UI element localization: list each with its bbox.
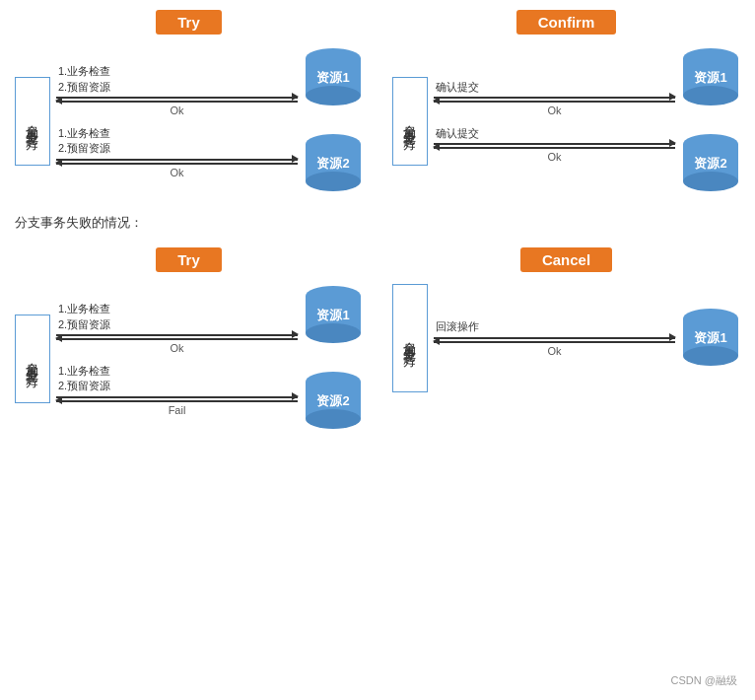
svg-point-26 [683,346,738,366]
confirm-label-res1-top: 确认提交 [434,80,675,95]
try-initiator-bottom: 全局事务发起方 [15,315,50,403]
try-right-line-res2-bottom [56,396,298,398]
try-to-arrow-res2-bottom [56,396,298,398]
svg-point-10 [683,86,738,105]
svg-text:资源2: 资源2 [316,393,349,408]
confirm-label-top: Confirm [516,10,617,35]
try-left-line-res1-top [56,101,298,103]
cancel-back-arrow-res1-bottom [434,341,675,343]
try-label-bottom: Try [156,247,222,272]
confirm-right-line-res2-top [434,143,675,145]
top-left-diagram: Try 全局事务发起方 1.业务检查2.预留资源 Ok [15,10,363,196]
confirm-to-arrow-res1-top [434,97,675,99]
try-arrows-res2-top: 1.业务检查2.预留资源 Ok [56,126,298,178]
confirm-back-arrow-res2-top [434,147,675,149]
svg-point-22 [306,409,361,429]
try-cyl1-bottom: 资源1 [304,284,363,348]
try-ok-res2-top: Ok [56,167,298,178]
svg-text:资源1: 资源1 [694,70,726,85]
bottom-right-diagram: Cancel 全局事务发起方 回滚操作 Ok [392,247,740,392]
cancel-initiator-bottom: 全局事务发起方 [392,284,428,392]
try-back-arrow-res1-bottom [56,338,298,340]
confirm-left-line-res2-top [434,147,675,149]
try-fail-res2-bottom: Fail [56,404,298,416]
try-back-arrow-res2-top [56,163,298,165]
try-middle-top: 1.业务检查2.预留资源 Ok 1.业务检查2.预留资源 [56,64,298,178]
bottom-diagrams-row: Try 全局事务发起方 1.业务检查2.预留资源 Ok 1.业务检查2.预留资源 [15,247,740,434]
try-res2-top: 资源2 [304,132,363,196]
try-label-res1-top: 1.业务检查2.预留资源 [56,64,298,95]
top-right-diagram: Confirm 全局事务发起方 确认提交 Ok 确认提交 [392,10,740,196]
confirm-ok-res2-top: Ok [434,151,675,163]
confirm-to-arrow-res2-top [434,143,675,145]
try-left-line-res2-bottom [56,400,298,402]
confirm-left-line-res1-top [434,101,675,103]
try-arrows-res2-bottom: 1.业务检查2.预留资源 Fail [56,364,298,416]
try-to-arrow-res2-top [56,159,298,161]
try-res2-bottom: 资源2 [304,370,363,434]
svg-point-6 [306,172,361,191]
separator-text: 分支事务失败的情况： [15,214,740,232]
try-back-arrow-res2-bottom [56,400,298,402]
svg-text:资源1: 资源1 [694,330,726,345]
confirm-cyl2-top: 资源2 [681,132,740,196]
try-to-arrow-res1-bottom [56,334,298,336]
cancel-middle-bottom: 回滚操作 Ok [434,319,675,356]
try-cyl1-top: 资源1 [304,46,363,110]
svg-text:资源2: 资源2 [694,156,726,171]
confirm-label-res2-top: 确认提交 [434,126,675,141]
confirm-arrows-res1-top: 确认提交 Ok [434,80,675,116]
try-left-line-res1-bottom [56,338,298,340]
try-res1-top: 资源1 [304,46,363,110]
try-right-line-res2-top [56,159,298,161]
try-cyl2-top: 资源2 [304,132,363,196]
confirm-resources-top: 资源1 资源2 [681,46,740,196]
try-label-res2-bottom: 1.业务检查2.预留资源 [56,364,298,394]
svg-text:资源2: 资源2 [316,156,349,171]
try-arrows-res1-top: 1.业务检查2.预留资源 Ok [56,64,298,116]
confirm-ok-res1-top: Ok [434,105,675,116]
bottom-left-diagram: Try 全局事务发起方 1.业务检查2.预留资源 Ok 1.业务检查2.预留资源 [15,247,363,434]
try-resources-bottom: 资源1 资源2 [304,284,363,434]
try-right-line-res1-top [56,97,298,99]
try-cyl2-bottom: 资源2 [304,370,363,434]
try-label-top: Try [156,10,222,35]
try-middle-bottom: 1.业务检查2.预留资源 Ok 1.业务检查2.预留资源 [56,302,298,416]
cancel-resources-bottom: 资源1 [681,307,740,371]
try-initiator-top: 全局事务发起方 [15,77,50,166]
confirm-initiator-top: 全局事务发起方 [392,77,428,166]
try-right-line-res1-bottom [56,334,298,336]
try-combined-bottom: 全局事务发起方 1.业务检查2.预留资源 Ok 1.业务检查2.预留资源 [15,284,363,434]
try-label-res2-top: 1.业务检查2.预留资源 [56,126,298,157]
svg-point-18 [306,323,361,343]
try-combined-top: 全局事务发起方 1.业务检查2.预留资源 Ok 1.业务检查2.预留资源 [15,46,363,196]
try-back-arrow-res1-top [56,101,298,103]
try-label-res1-bottom: 1.业务检查2.预留资源 [56,302,298,332]
cancel-label-res1-bottom: 回滚操作 [434,319,675,334]
try-to-arrow-res1-top [56,97,298,99]
cancel-label-bottom: Cancel [520,247,612,272]
try-arrows-res1-bottom: 1.业务检查2.预留资源 Ok [56,302,298,354]
svg-point-2 [306,86,361,105]
cancel-right-line-res1-bottom [434,337,675,339]
confirm-res2-top: 资源2 [681,132,740,196]
try-left-line-res2-top [56,163,298,165]
cancel-left-line-res1-bottom [434,341,675,343]
top-diagrams-row: Try 全局事务发起方 1.业务检查2.预留资源 Ok [15,10,740,196]
watermark-text: CSDN @融级 [671,673,737,688]
try-ok-res1-top: Ok [56,105,298,116]
svg-point-14 [683,172,738,191]
confirm-combined-top: 全局事务发起方 确认提交 Ok 确认提交 [392,46,740,196]
confirm-middle-top: 确认提交 Ok 确认提交 [434,80,675,164]
try-resources-top: 资源1 资源2 [304,46,363,196]
cancel-arrows-res1-bottom: 回滚操作 Ok [434,319,675,356]
confirm-back-arrow-res1-top [434,101,675,103]
confirm-right-line-res1-top [434,97,675,99]
cancel-combined-bottom: 全局事务发起方 回滚操作 Ok [392,284,740,392]
try-res1-bottom: 资源1 [304,284,363,348]
svg-text:资源1: 资源1 [316,70,349,85]
cancel-cyl1-bottom: 资源1 [681,307,740,371]
confirm-res1-top: 资源1 [681,46,740,110]
cancel-res1-bottom: 资源1 [681,307,740,371]
try-ok-res1-bottom: Ok [56,342,298,354]
